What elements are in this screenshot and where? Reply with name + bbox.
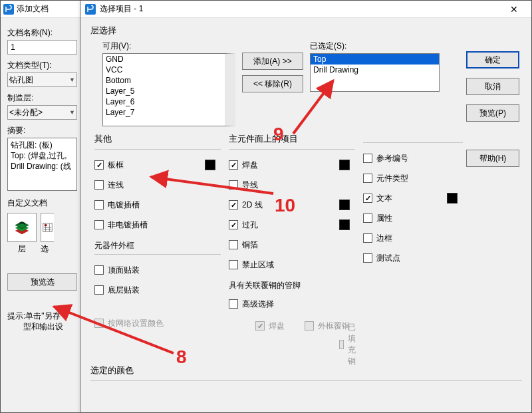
svg-line-3 [151,177,273,194]
annotation-overlay [1,1,532,413]
svg-line-2 [293,80,333,134]
svg-line-4 [54,307,174,353]
